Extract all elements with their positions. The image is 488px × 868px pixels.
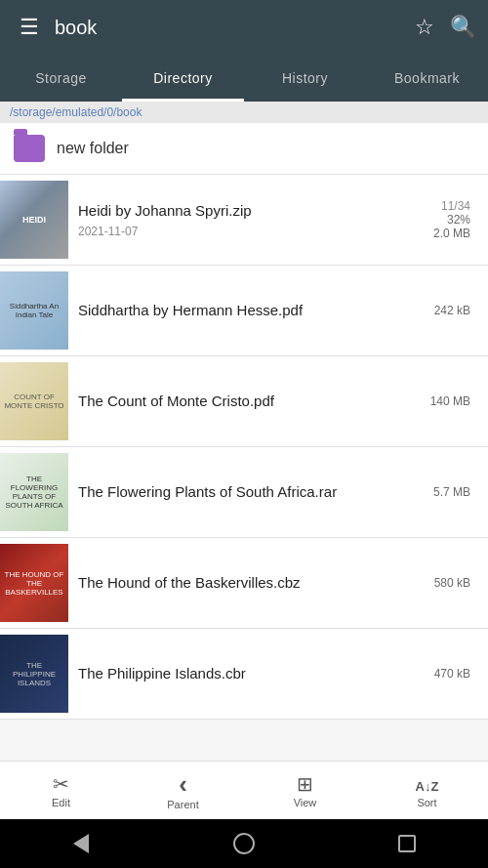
tab-bar: Storage Directory History Bookmark [0, 55, 488, 102]
file-meta: 580 kB [406, 576, 474, 590]
file-list: new folder HEIDI Heidi by Johanna Spyri.… [0, 123, 488, 761]
file-name: The Count of Monte Cristo.pdf [78, 392, 396, 411]
tab-bookmark[interactable]: Bookmark [366, 55, 488, 102]
thumb-philippine: THE PHILIPPINE ISLANDS [0, 635, 68, 713]
folder-icon [14, 135, 45, 162]
search-icon[interactable]: 🔍 [450, 15, 476, 40]
home-icon [233, 833, 255, 854]
list-item[interactable]: THE FLOWERING PLANTS OF SOUTH AFRICA The… [0, 447, 488, 538]
file-name: The Flowering Plants of South Africa.rar [78, 482, 396, 502]
file-info: The Count of Monte Cristo.pdf [68, 384, 406, 419]
file-thumbnail: THE FLOWERING PLANTS OF SOUTH AFRICA [0, 453, 68, 531]
file-info: The Hound of the Baskervilles.cbz [68, 565, 406, 600]
file-name: The Philippine Islands.cbr [78, 664, 396, 683]
tab-storage[interactable]: Storage [0, 55, 122, 102]
nav-recents-button[interactable] [389, 826, 425, 861]
file-progress-count: 11/34 [441, 199, 470, 213]
file-thumbnail: THE PHILIPPINE ISLANDS [0, 635, 68, 713]
app-title: book [55, 17, 415, 39]
file-date: 2021-11-07 [78, 225, 396, 238]
breadcrumb: /storage/emulated/0/book [0, 102, 488, 123]
sort-button[interactable]: Sort [366, 762, 488, 819]
file-info: The Philippine Islands.cbr [68, 656, 406, 691]
new-folder-item[interactable]: new folder [0, 123, 488, 175]
thumb-hound: THE HOUND OF THE BASKERVILLES [0, 544, 68, 622]
edit-button[interactable]: Edit [0, 762, 122, 819]
file-meta: 140 MB [406, 394, 474, 408]
top-bar-actions: ☆ 🔍 [415, 15, 476, 40]
file-thumbnail: Siddhartha An Indian Tale [0, 271, 68, 350]
file-meta: 470 kB [406, 667, 474, 681]
file-size: 5.7 MB [433, 485, 470, 499]
file-size: 140 MB [430, 394, 470, 408]
view-button[interactable]: View [244, 762, 366, 819]
file-size: 580 kB [434, 576, 470, 590]
tab-directory[interactable]: Directory [122, 55, 244, 102]
file-size: 242 kB [434, 304, 470, 317]
file-size: 470 kB [434, 667, 470, 681]
nav-back-button[interactable] [63, 826, 99, 861]
file-meta: 242 kB [406, 304, 474, 317]
back-icon [73, 834, 89, 853]
top-bar: ☰ book ☆ 🔍 [0, 0, 488, 55]
list-item[interactable]: THE PHILIPPINE ISLANDS The Philippine Is… [0, 629, 488, 720]
file-meta: 11/34 32% 2.0 MB [406, 199, 474, 240]
file-meta: 5.7 MB [406, 485, 474, 499]
edit-icon [53, 773, 69, 795]
thumb-flowering: THE FLOWERING PLANTS OF SOUTH AFRICA [0, 453, 68, 531]
file-thumbnail: THE HOUND OF THE BASKERVILLES [0, 544, 68, 622]
edit-label: Edit [52, 797, 70, 808]
list-item[interactable]: Siddhartha An Indian Tale Siddhartha by … [0, 266, 488, 356]
menu-icon[interactable]: ☰ [12, 7, 47, 48]
file-name: The Hound of the Baskervilles.cbz [78, 573, 396, 593]
view-label: View [294, 797, 317, 808]
list-item[interactable]: COUNT OF MONTE CRISTO The Count of Monte… [0, 356, 488, 447]
parent-icon [179, 771, 187, 797]
file-info: The Flowering Plants of South Africa.rar [68, 475, 406, 510]
thumb-monte: COUNT OF MONTE CRISTO [0, 362, 68, 440]
view-icon [297, 773, 313, 795]
file-thumbnail: HEIDI [0, 181, 68, 259]
thumb-siddhartha: Siddhartha An Indian Tale [0, 271, 68, 350]
sort-icon [416, 773, 439, 795]
file-thumbnail: COUNT OF MONTE CRISTO [0, 362, 68, 440]
bottom-bar: Edit Parent View Sort [0, 761, 488, 819]
new-folder-label: new folder [57, 140, 129, 157]
star-icon[interactable]: ☆ [415, 15, 434, 40]
thumb-heidi: HEIDI [0, 181, 68, 259]
file-progress-pct: 32% [447, 213, 470, 227]
recents-icon [398, 835, 416, 852]
file-name: Siddhartha by Hermann Hesse.pdf [78, 301, 396, 320]
list-item[interactable]: HEIDI Heidi by Johanna Spyri.zip 2021-11… [0, 175, 488, 266]
file-size: 2.0 MB [433, 227, 470, 240]
file-name: Heidi by Johanna Spyri.zip [78, 201, 396, 221]
tab-history[interactable]: History [244, 55, 366, 102]
parent-label: Parent [167, 799, 198, 810]
nav-home-button[interactable] [226, 826, 262, 861]
list-item[interactable]: THE HOUND OF THE BASKERVILLES The Hound … [0, 538, 488, 629]
system-nav-bar [0, 819, 488, 868]
file-info: Siddhartha by Hermann Hesse.pdf [68, 293, 406, 328]
sort-label: Sort [417, 797, 436, 808]
parent-button[interactable]: Parent [122, 762, 244, 819]
file-info: Heidi by Johanna Spyri.zip 2021-11-07 [68, 193, 406, 246]
